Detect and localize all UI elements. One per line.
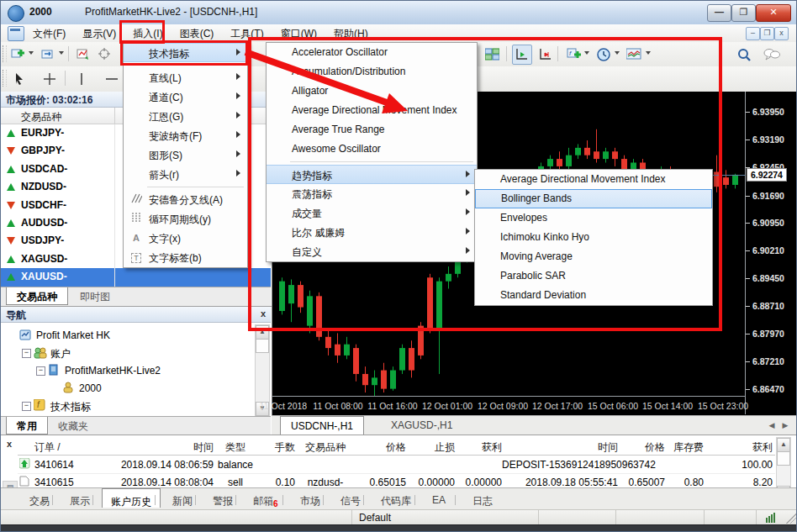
chart-shift-button[interactable] — [536, 45, 556, 65]
menu-帮助[interactable]: 帮助(H) — [325, 24, 377, 42]
menu-item-图形-s-[interactable]: 图形(S) — [124, 145, 247, 165]
tree-item-账户[interactable]: −账户 — [1, 345, 253, 362]
chart-tab-USDCNH-,H1[interactable]: USDCNH-,H1 — [280, 416, 364, 435]
doc-close-button[interactable]: x — [774, 27, 789, 40]
menu-item-技术指标[interactable]: 技术指标 — [124, 43, 247, 62]
menu-item-安德鲁分叉线-a-[interactable]: 安德鲁分叉线(A) — [124, 190, 247, 209]
tree-expander-icon[interactable]: − — [22, 402, 31, 411]
menu-item-accumulation-distribution[interactable]: Accumulation/Distribution — [267, 62, 477, 82]
menu-item-循环周期线-y-[interactable]: 循环周期线(y) — [124, 209, 247, 229]
date-axis[interactable]: 11 Oct 201811 Oct 08:0011 Oct 16:0012 Oc… — [272, 396, 745, 416]
horizontal-line-tool-button[interactable] — [102, 69, 122, 89]
terminal-tab-代码库[interactable]: 代码库 — [372, 491, 420, 510]
symbol-row-xauusd-[interactable]: XAUUSD- — [1, 268, 271, 286]
table-row[interactable]: 34106152018.09.14 08:08:04sell0.10nzdusd… — [18, 473, 775, 487]
status-profile[interactable]: Default — [352, 510, 539, 525]
menu-item-average-true-range[interactable]: Average True Range — [267, 120, 477, 140]
chart-tab-XAGUSD-,H1[interactable]: XAGUSD-,H1 — [381, 416, 462, 435]
menu-item-通道-c-[interactable]: 通道(C) — [124, 87, 247, 107]
doc-restore-button[interactable]: ❐ — [760, 27, 774, 40]
scroll-thumb[interactable] — [256, 339, 269, 353]
tab-即时图[interactable]: 即时图 — [70, 287, 120, 305]
price-axis[interactable]: 6.939506.931906.924506.916906.909506.902… — [745, 92, 797, 414]
menu-工具[interactable]: 工具(T) — [222, 24, 272, 42]
menu-item-average-directional-movement-index[interactable]: Average Directional Movement Index — [475, 170, 712, 189]
cursor-tool-button[interactable] — [9, 69, 29, 89]
auto-scroll-button[interactable] — [512, 45, 532, 65]
menu-窗口[interactable]: 窗口(W) — [272, 24, 325, 42]
scroll-up-icon[interactable]: ▲ — [777, 438, 790, 452]
menu-item-趋势指标[interactable]: 趋势指标 — [267, 165, 477, 184]
terminal-close-icon[interactable]: x — [3, 439, 15, 450]
menu-item-bollinger-bands[interactable]: Bollinger Bands — [475, 189, 712, 208]
tab-交易品种[interactable]: 交易品种 — [6, 287, 68, 305]
tab-常用[interactable]: 常用 — [6, 417, 48, 435]
profiles-button[interactable] — [38, 45, 58, 65]
tree-expander-icon[interactable]: − — [22, 349, 31, 358]
tree-item-2000[interactable]: 2000 — [1, 380, 253, 398]
tab-scroll-left-icon[interactable]: ◀ — [766, 419, 778, 431]
menu-item-比尔-威廉姆[interactable]: 比尔 威廉姆 — [267, 223, 477, 242]
restore-button[interactable]: ❐ — [731, 4, 756, 22]
navigator-close-icon[interactable]: x — [261, 308, 266, 319]
menu-item-parabolic-sar[interactable]: Parabolic SAR — [475, 266, 712, 286]
menu-item-alligator[interactable]: Alligator — [267, 82, 477, 101]
menu-item-江恩-g-[interactable]: 江恩(G) — [124, 107, 247, 126]
account-history-table[interactable]: 订单 /时间类型手数交易品种价格止损获利时间价格库存费获利34106142018… — [18, 437, 775, 487]
scroll-up-icon[interactable]: ▲ — [256, 325, 269, 340]
menu-插入[interactable]: 插入(I) — [124, 24, 171, 42]
table-row[interactable]: 34106142018.09.14 08:06:59balanceDEPOSIT… — [18, 456, 775, 474]
tree-expander-icon[interactable]: − — [36, 366, 45, 376]
menu-item-average-directional-movement-index[interactable]: Average Directional Movement Index — [267, 101, 477, 120]
menu-item-箭头-r-[interactable]: 箭头(r) — [124, 165, 247, 184]
tree-item-profitmarkethk-live2[interactable]: −ProfitMarketHK-Live2 — [1, 362, 253, 380]
toolbar-grip[interactable] — [3, 45, 7, 62]
menu-item-直线-l-[interactable]: 直线(L) — [124, 68, 247, 87]
terminal-tab-邮箱[interactable]: 邮箱6 — [245, 491, 287, 510]
menu-item-斐波纳奇-f-[interactable]: 斐波纳奇(F) — [124, 126, 247, 145]
indicators-button[interactable]: f — [563, 45, 583, 65]
templates-dropdown[interactable] — [646, 51, 651, 55]
menu-显示[interactable]: 显示(V) — [74, 24, 124, 42]
terminal-tab-账户历史[interactable]: 账户历史 — [102, 488, 161, 508]
menu-item-震荡指标[interactable]: 震荡指标 — [267, 184, 477, 203]
indicators-dropdown[interactable] — [584, 51, 589, 55]
menu-item-accelerator-oscillator[interactable]: Accelerator Oscillator — [267, 43, 477, 62]
minimize-button[interactable]: — — [707, 4, 731, 22]
toolbar-grip[interactable] — [3, 70, 7, 87]
menu-item-自定义[interactable]: 自定义 — [267, 242, 477, 261]
menu-图表[interactable]: 图表(C) — [172, 24, 223, 42]
tree-item-技术指标[interactable]: −f技术指标 — [1, 398, 253, 415]
menu-item-moving-average[interactable]: Moving Average — [475, 247, 712, 266]
new-order-dropdown[interactable] — [29, 51, 34, 55]
refresh-chart-button[interactable] — [73, 45, 93, 65]
close-button[interactable]: ✕ — [756, 4, 791, 22]
doc-minimize-button[interactable]: – — [746, 27, 760, 40]
periods-button[interactable] — [594, 45, 614, 65]
menu-item-文字标签-b-[interactable]: 文字标签(b)T — [124, 248, 247, 267]
menu-item-envelopes[interactable]: Envelopes — [475, 208, 712, 228]
menu-item-standard-deviation[interactable]: Standard Deviation — [475, 286, 712, 305]
terminal-tab-EA[interactable]: EA — [424, 491, 454, 510]
chat-icon[interactable] — [762, 45, 782, 65]
title-bar[interactable]: 2000 ProfitMarketHK-Live2 - [USDCNH-,H1]… — [1, 1, 797, 25]
terminal-tab-日志[interactable]: 日志 — [464, 491, 501, 510]
resize-grip[interactable] — [786, 514, 796, 524]
menu-item-awesome-oscillator[interactable]: Awesome Oscillator — [267, 140, 477, 159]
crosshair-target-button[interactable] — [95, 45, 115, 65]
menu-文件[interactable]: 文件(F) — [24, 24, 74, 42]
tile-windows-button[interactable] — [482, 45, 502, 65]
tree-item-profit-market-hk[interactable]: Profit Market HK — [1, 327, 253, 345]
menu-item-ichimoku-kinko-hyo[interactable]: Ichimoku Kinko Hyo — [475, 228, 712, 247]
new-order-button[interactable] — [8, 45, 28, 65]
tab-scroll-right-icon[interactable]: ▶ — [779, 419, 791, 431]
vertical-line-tool-button[interactable] — [71, 69, 92, 89]
search-icon[interactable] — [734, 45, 754, 65]
templates-button[interactable] — [624, 45, 644, 65]
menu-item-文字-x-[interactable]: 文字(x)A — [124, 229, 247, 248]
scroll-thumb[interactable] — [777, 451, 790, 466]
profiles-dropdown[interactable] — [59, 51, 64, 55]
crosshair-tool-button[interactable] — [40, 69, 60, 89]
periods-dropdown[interactable] — [615, 51, 620, 55]
tab-收藏夹[interactable]: 收藏夹 — [48, 417, 98, 435]
